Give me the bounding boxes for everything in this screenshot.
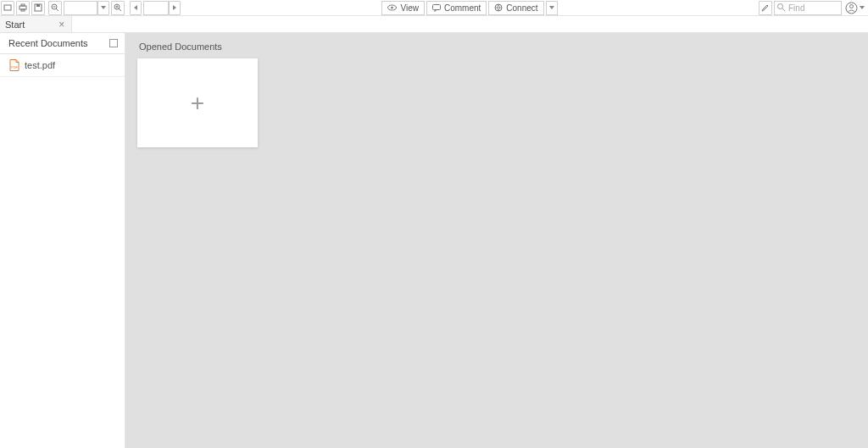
tab-strip: Start × <box>0 16 868 33</box>
new-document-tile[interactable]: + <box>137 58 258 147</box>
toolbar-mode-group: View Comment Connect <box>381 1 559 15</box>
recent-item-name: test.pdf <box>25 60 55 70</box>
user-icon <box>845 2 858 14</box>
content-area: Opened Documents + <box>125 33 868 448</box>
svg-rect-2 <box>21 4 25 6</box>
find-box <box>774 1 842 15</box>
plus-icon: + <box>191 90 204 117</box>
mode-comment-label: Comment <box>444 3 481 13</box>
search-icon <box>776 3 786 12</box>
svg-point-17 <box>777 3 782 8</box>
toolbar-left-group <box>1 1 182 15</box>
sidebar-header: Recent Documents <box>0 33 125 54</box>
svg-rect-5 <box>36 4 40 7</box>
toolbar-right-group <box>759 1 865 15</box>
chevron-down-icon <box>549 6 554 9</box>
connect-icon <box>494 3 503 12</box>
edit-button[interactable] <box>759 1 772 15</box>
print-button[interactable] <box>16 1 30 15</box>
sidebar: Recent Documents PDF test.pdf <box>0 33 125 448</box>
zoom-dropdown[interactable] <box>97 1 109 15</box>
zoom-input[interactable] <box>64 1 97 15</box>
svg-point-14 <box>392 7 394 9</box>
svg-line-10 <box>119 8 121 11</box>
save-button[interactable] <box>31 1 45 15</box>
chevron-down-icon <box>101 6 106 9</box>
tab-start[interactable]: Start × <box>0 16 72 32</box>
prev-page-button[interactable] <box>130 1 142 15</box>
svg-rect-3 <box>21 9 25 11</box>
tab-label: Start <box>3 19 25 30</box>
svg-rect-15 <box>432 4 440 9</box>
svg-rect-1 <box>19 6 26 9</box>
zoom-in-button[interactable] <box>111 1 125 15</box>
page-input[interactable] <box>143 1 169 15</box>
main-area: Recent Documents PDF test.pdf Opened Doc… <box>0 33 868 448</box>
mode-dropdown[interactable] <box>546 1 558 15</box>
recent-item[interactable]: PDF test.pdf <box>0 54 125 77</box>
svg-line-7 <box>56 8 58 11</box>
mode-connect-button[interactable]: Connect <box>488 1 543 15</box>
open-file-button[interactable] <box>1 1 14 15</box>
eye-icon <box>387 4 397 11</box>
top-toolbar: View Comment Connect <box>0 0 868 16</box>
sidebar-title: Recent Documents <box>8 38 88 48</box>
svg-text:PDF: PDF <box>11 65 19 69</box>
mode-view-button[interactable]: View <box>381 1 425 15</box>
svg-rect-0 <box>4 5 11 10</box>
chevron-right-icon <box>173 5 176 10</box>
chevron-left-icon <box>134 5 137 10</box>
content-title: Opened Documents <box>139 41 856 52</box>
zoom-out-button[interactable] <box>48 1 62 15</box>
comment-icon <box>432 4 441 12</box>
account-button[interactable] <box>845 1 865 15</box>
svg-point-20 <box>849 4 853 8</box>
mode-connect-label: Connect <box>506 3 537 13</box>
svg-line-18 <box>782 8 785 11</box>
mode-comment-button[interactable]: Comment <box>426 1 487 15</box>
next-page-button[interactable] <box>169 1 181 15</box>
pdf-file-icon: PDF <box>8 59 19 71</box>
chevron-down-icon <box>860 6 865 9</box>
pin-icon[interactable] <box>109 39 118 47</box>
tab-close-button[interactable]: × <box>58 19 64 30</box>
mode-view-label: View <box>400 3 419 13</box>
